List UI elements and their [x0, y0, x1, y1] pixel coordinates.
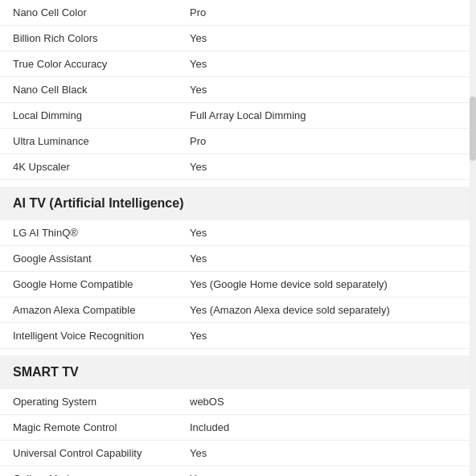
spec-row: Magic Remote ControlIncluded: [0, 415, 476, 441]
spec-label: Google Assistant: [13, 252, 190, 265]
spec-value: Yes: [190, 58, 463, 70]
spec-value: Yes (Amazon Alexa device sold separately…: [190, 304, 463, 316]
spec-value: Yes: [190, 161, 463, 173]
spec-label: Operating System: [13, 396, 190, 408]
spec-row: Intelligent Voice RecognitionYes: [0, 323, 476, 349]
spec-row: Google AssistantYes: [0, 246, 476, 272]
spec-label: Billion Rich Colors: [13, 32, 190, 44]
spec-row: Universal Control CapabilityYes: [0, 441, 476, 466]
spec-label: Intelligent Voice Recognition: [13, 330, 190, 342]
sections-container: Nano Cell ColorProBillion Rich ColorsYes…: [0, 0, 476, 476]
spec-value: Pro: [190, 6, 463, 18]
spec-value: Yes: [190, 227, 463, 239]
section-header-ai_tv: AI TV (Artificial Intelligence): [0, 187, 476, 220]
scrollbar-thumb[interactable]: [470, 96, 476, 161]
spec-row: Amazon Alexa CompatibleYes (Amazon Alexa…: [0, 298, 476, 323]
spec-label: LG AI ThinQ®: [13, 227, 190, 239]
spec-value: Yes (Google Home device sold separately): [190, 278, 463, 290]
spec-value: Yes: [190, 330, 463, 342]
spec-value: Full Array Local Dimming: [190, 109, 463, 121]
spec-row: Nano Cell BlackYes: [0, 77, 476, 103]
spec-row: 4K UpscalerYes: [0, 154, 476, 180]
spec-value: webOS: [190, 396, 463, 408]
section-header-smart_tv: SMART TV: [0, 355, 476, 389]
spec-label: Nano Cell Color: [13, 6, 190, 18]
spec-page: Nano Cell ColorProBillion Rich ColorsYes…: [0, 0, 476, 476]
spec-value: Pro: [190, 135, 463, 147]
spec-row: Nano Cell ColorPro: [0, 0, 476, 26]
spec-row: Billion Rich ColorsYes: [0, 26, 476, 51]
spec-label: Nano Cell Black: [13, 84, 190, 96]
spec-label: Universal Control Capability: [13, 447, 190, 459]
spec-row: Operating SystemwebOS: [0, 389, 476, 415]
spec-row: LG AI ThinQ®Yes: [0, 220, 476, 246]
spec-row: True Color AccuracyYes: [0, 51, 476, 77]
spec-row: Gallery ModeYes: [0, 466, 476, 476]
spec-label: 4K Upscaler: [13, 161, 190, 173]
scrollbar-track[interactable]: [470, 0, 476, 476]
spec-value: Yes: [190, 252, 463, 265]
spec-row: Local DimmingFull Array Local Dimming: [0, 103, 476, 129]
spec-value: Yes: [190, 84, 463, 96]
spec-value: Yes: [190, 473, 463, 476]
spec-label: Google Home Compatible: [13, 278, 190, 290]
spec-value: Yes: [190, 447, 463, 459]
spec-label: Gallery Mode: [13, 473, 190, 476]
spec-row: Ultra LuminancePro: [0, 129, 476, 154]
spec-label: True Color Accuracy: [13, 58, 190, 70]
spec-label: Amazon Alexa Compatible: [13, 304, 190, 316]
spec-value: Yes: [190, 32, 463, 44]
spec-row: Google Home CompatibleYes (Google Home d…: [0, 272, 476, 298]
spec-label: Magic Remote Control: [13, 421, 190, 433]
spec-label: Local Dimming: [13, 109, 190, 121]
spec-label: Ultra Luminance: [13, 135, 190, 147]
spec-value: Included: [190, 421, 463, 433]
